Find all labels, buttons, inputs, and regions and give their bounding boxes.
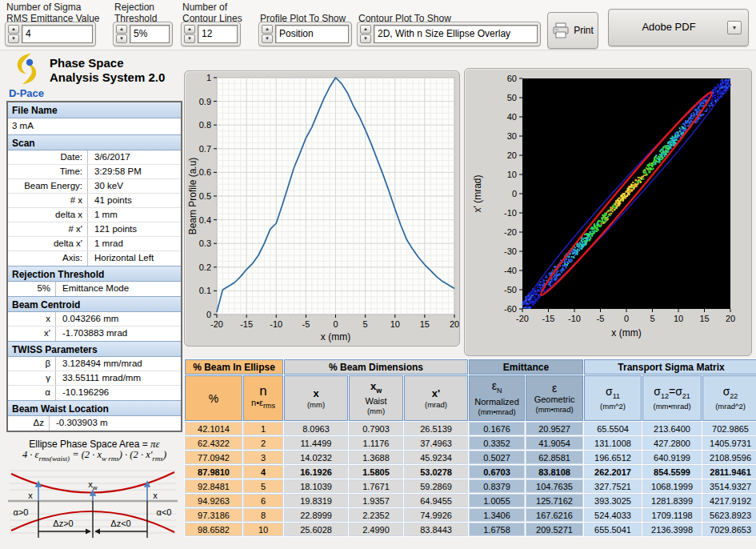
svg-text:20: 20 [726,314,735,323]
table-cell: 22.8999 [284,508,348,522]
table-cell: 74.9926 [404,508,468,522]
group-beam-dimensions: % Beam Dimensions [284,359,468,375]
spin-down-icon[interactable]: ▼ [184,34,195,43]
info-row-value: -10.196296 [56,386,181,400]
file-name-value: 3 mA [8,118,181,134]
table-cell: 1.9357 [349,494,403,507]
table-cell: 42.1014 [185,422,242,435]
twiss-parameters-header: TWISS Parameters [8,341,181,357]
contour-plot-spin-buttons: ▲ ▼ [360,25,371,43]
rejection-value-field[interactable]: 5% [130,25,170,43]
beam-centroid-header: Beam Centroid [8,296,181,312]
table-cell: 62.8581 [526,451,583,464]
table-cell: 92.8481 [185,479,242,493]
rejection-label: Rejection Threshold [114,2,157,24]
profile-plot-select[interactable]: ▲ ▼ Position [258,22,352,46]
col-n: nn•εrms [243,375,283,421]
print-button-label: Print [574,25,594,36]
table-cell: 1.3406 [469,508,525,522]
table-cell: 0.5027 [469,451,525,464]
table-cell: 41.9054 [526,436,583,450]
spin-up-icon[interactable]: ▲ [8,25,19,34]
print-button[interactable]: Print [547,12,598,49]
rms-emittance-formula: 4 · εrms(waist) = (2 · xw rms) · (2 · x'… [3,449,186,463]
svg-text:-10: -10 [504,208,517,218]
group-emittance: Emittance [469,359,583,375]
alpha-negative-label: α<0 [157,507,172,517]
contour-lines-value-field[interactable]: 12 [198,25,238,43]
table-row: 94.9263619.83191.935764.94551.0055125.71… [185,494,756,507]
table-cell: 25.6028 [284,523,348,536]
sigma-value-field[interactable]: 4 [22,25,93,43]
svg-text:10: 10 [674,314,683,323]
table-cell: 20.9527 [526,422,583,435]
table-cell: 6 [243,494,283,507]
table-cell: 0.8379 [469,479,525,493]
svg-text:0: 0 [624,314,629,323]
info-row-value: 30 keV [88,179,181,193]
sigma-spin-buttons: ▲ ▼ [8,25,19,43]
spin-down-icon[interactable]: ▼ [116,34,127,43]
contour-plot-select[interactable]: ▲ ▼ 2D, With n Size Ellipse Overlay [357,22,541,46]
table-cell: 77.0942 [185,451,242,464]
info-row: Time:3:29:58 PM [8,165,181,179]
table-cell: 640.9199 [642,451,702,464]
col-sigma22: σ22(mrad^2) [702,375,756,421]
spin-down-icon[interactable]: ▼ [360,34,371,43]
col-sigma12: σ12=σ21(mm•mrad) [642,375,702,421]
group-header-row: % Beam In Ellipse % Beam Dimensions Emit… [185,359,756,375]
col-x-prime: x'(mrad) [404,375,468,421]
spin-up-icon[interactable]: ▲ [116,25,127,34]
contour-lines-spinner[interactable]: ▲ ▼ 12 [181,22,241,46]
svg-text:0.7: 0.7 [199,144,211,154]
table-cell: 45.9234 [404,451,468,464]
table-cell: 62.4322 [185,436,242,450]
table-cell: 5 [243,479,283,493]
spin-down-icon[interactable]: ▼ [8,34,19,43]
dpace-logo-icon [10,53,46,86]
table-cell: 104.7635 [526,479,583,493]
table-cell: 1.3688 [349,451,403,464]
table-cell: 4217.9192 [702,494,756,507]
spin-up-icon[interactable]: ▲ [360,25,371,34]
column-header-row: % nn•εrms x(mm) xwWaist(mm) x'(mrad) εNN… [185,375,756,421]
info-row: Δz-0.303903 m [8,416,181,431]
spin-up-icon[interactable]: ▲ [184,25,195,34]
info-row-label: Axis: [8,251,88,266]
profile-plot-value-field[interactable]: Position [275,25,349,43]
svg-text:-5: -5 [597,314,605,323]
table-cell: 167.6216 [526,508,583,522]
dropdown-arrow-icon[interactable]: ▼ [727,21,742,34]
table-cell: 98.6582 [185,523,242,536]
sigma-spinner[interactable]: ▲ ▼ 4 [5,22,96,46]
rejection-spinner[interactable]: ▲ ▼ 5% [113,22,173,46]
info-row-label: Time: [8,165,88,178]
info-row-value: 1 mm [88,208,181,222]
contour-plot-value-field[interactable]: 2D, With n Size Ellipse Overlay [374,25,538,43]
info-row-label: α [8,386,56,400]
svg-text:20: 20 [507,150,517,160]
info-row-value: 3.128494 mm/mrad [56,357,181,371]
table-cell: 5623.8923 [702,508,756,522]
app-title-line2: Analysis System 2.0 [50,70,165,84]
info-row: Beam Energy:30 keV [8,179,181,194]
info-row-value: Horizontal Left [88,251,181,266]
col-percent: % [185,375,242,421]
group-beam-in-ellipse: % Beam In Ellipse [185,359,283,375]
spin-down-icon[interactable]: ▼ [262,34,273,43]
svg-text:-5: -5 [302,319,310,329]
adobe-pdf-button[interactable]: Adobe PDF ▼ [608,9,749,46]
svg-text:30: 30 [507,131,517,141]
table-cell: 2108.9596 [702,451,756,464]
table-cell: 19.8319 [284,494,348,507]
svg-text:10: 10 [507,170,517,179]
scan-rows: Date:3/6/2017Time:3:29:58 PMBeam Energy:… [8,150,181,266]
svg-text:0: 0 [512,189,517,198]
table-cell: 2.2352 [349,508,403,522]
col-x: x(mm) [284,375,348,421]
spin-up-icon[interactable]: ▲ [262,25,273,34]
info-row: γ33.55111 mrad/mm [8,371,181,386]
contour-lines-spin-buttons: ▲ ▼ [184,25,195,43]
table-cell: 11.4499 [284,436,348,450]
info-row-label: Beam Energy: [8,179,88,193]
